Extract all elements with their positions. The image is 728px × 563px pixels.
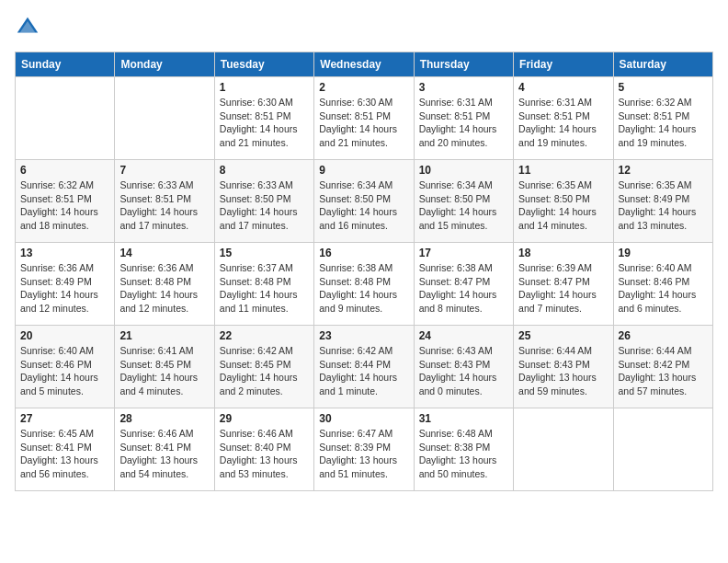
day-info: Sunrise: 6:43 AM Sunset: 8:43 PM Dayligh… — [419, 344, 508, 398]
day-number: 22 — [220, 329, 309, 342]
day-info: Sunrise: 6:40 AM Sunset: 8:46 PM Dayligh… — [619, 261, 708, 316]
day-number: 8 — [220, 164, 309, 177]
day-info: Sunrise: 6:46 AM Sunset: 8:40 PM Dayligh… — [220, 427, 309, 481]
calendar-cell: 15Sunrise: 6:37 AM Sunset: 8:48 PM Dayli… — [214, 243, 313, 326]
calendar-cell: 16Sunrise: 6:38 AM Sunset: 8:48 PM Dayli… — [314, 243, 414, 326]
day-info: Sunrise: 6:41 AM Sunset: 8:45 PM Dayligh… — [119, 344, 209, 398]
day-number: 11 — [518, 164, 608, 177]
calendar-table: SundayMondayTuesdayWednesdayThursdayFrid… — [15, 52, 713, 491]
calendar-cell: 10Sunrise: 6:34 AM Sunset: 8:50 PM Dayli… — [414, 160, 513, 243]
calendar-cell: 4Sunrise: 6:31 AM Sunset: 8:51 PM Daylig… — [514, 77, 613, 160]
day-number: 21 — [119, 329, 209, 342]
calendar-cell: 7Sunrise: 6:33 AM Sunset: 8:51 PM Daylig… — [115, 160, 214, 243]
day-number: 3 — [419, 81, 508, 94]
calendar-cell: 20Sunrise: 6:40 AM Sunset: 8:46 PM Dayli… — [16, 326, 115, 408]
calendar-cell: 21Sunrise: 6:41 AM Sunset: 8:45 PM Dayli… — [115, 326, 214, 408]
day-info: Sunrise: 6:48 AM Sunset: 8:38 PM Dayligh… — [419, 427, 508, 481]
day-number: 6 — [20, 164, 109, 177]
calendar-cell — [115, 77, 214, 160]
day-number: 15 — [220, 247, 309, 259]
logo — [15, 15, 44, 40]
day-of-week-header: Tuesday — [214, 52, 313, 77]
day-info: Sunrise: 6:44 AM Sunset: 8:42 PM Dayligh… — [619, 344, 708, 398]
day-of-week-header: Thursday — [414, 52, 513, 77]
calendar-cell: 19Sunrise: 6:40 AM Sunset: 8:46 PM Dayli… — [613, 243, 712, 326]
calendar-cell: 3Sunrise: 6:31 AM Sunset: 8:51 PM Daylig… — [414, 77, 513, 160]
day-info: Sunrise: 6:32 AM Sunset: 8:51 PM Dayligh… — [619, 96, 708, 150]
day-number: 23 — [319, 329, 408, 342]
calendar-cell: 27Sunrise: 6:45 AM Sunset: 8:41 PM Dayli… — [16, 408, 115, 491]
calendar-cell: 30Sunrise: 6:47 AM Sunset: 8:39 PM Dayli… — [314, 408, 414, 491]
calendar-cell: 8Sunrise: 6:33 AM Sunset: 8:50 PM Daylig… — [214, 160, 313, 243]
calendar-cell: 1Sunrise: 6:30 AM Sunset: 8:51 PM Daylig… — [214, 77, 313, 160]
calendar-cell: 28Sunrise: 6:46 AM Sunset: 8:41 PM Dayli… — [115, 408, 214, 491]
day-of-week-header: Sunday — [16, 52, 115, 77]
day-number: 13 — [20, 247, 109, 259]
logo-icon — [15, 15, 40, 40]
day-info: Sunrise: 6:45 AM Sunset: 8:41 PM Dayligh… — [20, 427, 109, 481]
day-info: Sunrise: 6:31 AM Sunset: 8:51 PM Dayligh… — [518, 96, 608, 150]
calendar-cell: 11Sunrise: 6:35 AM Sunset: 8:50 PM Dayli… — [514, 160, 613, 243]
day-of-week-header: Friday — [514, 52, 613, 77]
calendar-header-row: SundayMondayTuesdayWednesdayThursdayFrid… — [16, 52, 713, 77]
day-info: Sunrise: 6:30 AM Sunset: 8:51 PM Dayligh… — [319, 96, 408, 150]
day-info: Sunrise: 6:32 AM Sunset: 8:51 PM Dayligh… — [20, 178, 109, 233]
calendar-cell: 22Sunrise: 6:42 AM Sunset: 8:45 PM Dayli… — [214, 326, 313, 408]
day-number: 2 — [319, 81, 408, 94]
calendar-cell: 2Sunrise: 6:30 AM Sunset: 8:51 PM Daylig… — [314, 77, 414, 160]
day-info: Sunrise: 6:34 AM Sunset: 8:50 PM Dayligh… — [419, 178, 508, 233]
calendar-cell: 9Sunrise: 6:34 AM Sunset: 8:50 PM Daylig… — [314, 160, 414, 243]
day-info: Sunrise: 6:33 AM Sunset: 8:50 PM Dayligh… — [220, 178, 309, 233]
calendar-cell — [514, 408, 613, 491]
day-number: 19 — [619, 247, 708, 259]
day-info: Sunrise: 6:35 AM Sunset: 8:49 PM Dayligh… — [619, 178, 708, 233]
calendar-week-row: 6Sunrise: 6:32 AM Sunset: 8:51 PM Daylig… — [16, 160, 713, 243]
day-info: Sunrise: 6:36 AM Sunset: 8:48 PM Dayligh… — [119, 261, 209, 316]
calendar-week-row: 27Sunrise: 6:45 AM Sunset: 8:41 PM Dayli… — [16, 408, 713, 491]
day-of-week-header: Wednesday — [314, 52, 414, 77]
day-number: 20 — [20, 329, 109, 342]
day-info: Sunrise: 6:30 AM Sunset: 8:51 PM Dayligh… — [220, 96, 309, 150]
day-number: 12 — [619, 164, 708, 177]
day-info: Sunrise: 6:44 AM Sunset: 8:43 PM Dayligh… — [518, 344, 608, 398]
page-header — [15, 15, 713, 40]
day-info: Sunrise: 6:38 AM Sunset: 8:48 PM Dayligh… — [319, 261, 408, 316]
day-info: Sunrise: 6:38 AM Sunset: 8:47 PM Dayligh… — [419, 261, 508, 316]
day-info: Sunrise: 6:35 AM Sunset: 8:50 PM Dayligh… — [518, 178, 608, 233]
calendar-cell: 6Sunrise: 6:32 AM Sunset: 8:51 PM Daylig… — [16, 160, 115, 243]
day-info: Sunrise: 6:31 AM Sunset: 8:51 PM Dayligh… — [419, 96, 508, 150]
calendar-cell: 24Sunrise: 6:43 AM Sunset: 8:43 PM Dayli… — [414, 326, 513, 408]
day-number: 14 — [119, 247, 209, 259]
day-number: 18 — [518, 247, 608, 259]
day-of-week-header: Saturday — [613, 52, 712, 77]
calendar-cell: 12Sunrise: 6:35 AM Sunset: 8:49 PM Dayli… — [613, 160, 712, 243]
calendar-cell — [613, 408, 712, 491]
day-number: 7 — [119, 164, 209, 177]
day-of-week-header: Monday — [115, 52, 214, 77]
day-number: 26 — [619, 329, 708, 342]
day-number: 27 — [20, 412, 109, 425]
day-number: 30 — [319, 412, 408, 425]
calendar-cell: 26Sunrise: 6:44 AM Sunset: 8:42 PM Dayli… — [613, 326, 712, 408]
day-info: Sunrise: 6:47 AM Sunset: 8:39 PM Dayligh… — [319, 427, 408, 481]
day-number: 4 — [518, 81, 608, 94]
calendar-cell: 18Sunrise: 6:39 AM Sunset: 8:47 PM Dayli… — [514, 243, 613, 326]
calendar-cell: 29Sunrise: 6:46 AM Sunset: 8:40 PM Dayli… — [214, 408, 313, 491]
day-number: 17 — [419, 247, 508, 259]
calendar-week-row: 1Sunrise: 6:30 AM Sunset: 8:51 PM Daylig… — [16, 77, 713, 160]
day-number: 9 — [319, 164, 408, 177]
calendar-cell: 5Sunrise: 6:32 AM Sunset: 8:51 PM Daylig… — [613, 77, 712, 160]
day-number: 10 — [419, 164, 508, 177]
day-number: 28 — [119, 412, 209, 425]
calendar-cell: 17Sunrise: 6:38 AM Sunset: 8:47 PM Dayli… — [414, 243, 513, 326]
day-number: 31 — [419, 412, 508, 425]
calendar-week-row: 13Sunrise: 6:36 AM Sunset: 8:49 PM Dayli… — [16, 243, 713, 326]
day-info: Sunrise: 6:42 AM Sunset: 8:44 PM Dayligh… — [319, 344, 408, 398]
calendar-cell: 23Sunrise: 6:42 AM Sunset: 8:44 PM Dayli… — [314, 326, 414, 408]
day-info: Sunrise: 6:42 AM Sunset: 8:45 PM Dayligh… — [220, 344, 309, 398]
calendar-cell — [16, 77, 115, 160]
day-number: 1 — [220, 81, 309, 94]
day-info: Sunrise: 6:36 AM Sunset: 8:49 PM Dayligh… — [20, 261, 109, 316]
day-number: 24 — [419, 329, 508, 342]
calendar-week-row: 20Sunrise: 6:40 AM Sunset: 8:46 PM Dayli… — [16, 326, 713, 408]
